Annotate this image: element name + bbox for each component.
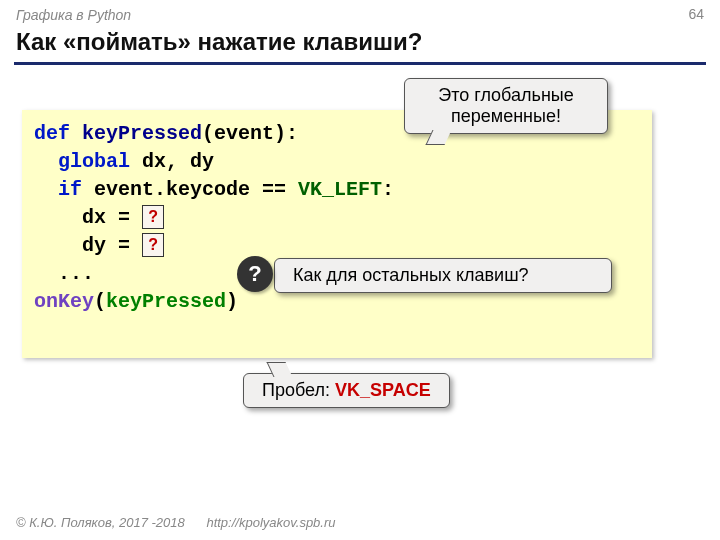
keyword-global: global bbox=[58, 150, 130, 173]
title-rule bbox=[14, 62, 706, 65]
callout-space: Пробел: VK_SPACE bbox=[243, 373, 450, 408]
keyword-def: def bbox=[34, 122, 70, 145]
dy-line: dy = bbox=[34, 234, 142, 257]
footer: © К.Ю. Поляков, 2017 -2018 http://kpolya… bbox=[16, 515, 336, 530]
callout-tail bbox=[267, 362, 293, 377]
page-title: Как «поймать» нажатие клавиши? bbox=[16, 28, 422, 56]
global-vars: dx, dy bbox=[130, 150, 214, 173]
footer-copyright: © К.Ю. Поляков, 2017 -2018 bbox=[16, 515, 185, 530]
if-colon: : bbox=[382, 178, 394, 201]
if-cond: event.keycode == bbox=[82, 178, 298, 201]
callout-rest-text: Как для остальных клавиш? bbox=[293, 265, 529, 285]
onkey-close: ) bbox=[226, 290, 238, 313]
callout-globals-line2: переменные! bbox=[419, 106, 593, 127]
callout-globals-line1: Это глобальные bbox=[419, 85, 593, 106]
page-number: 64 bbox=[688, 6, 704, 22]
dx-line: dx = bbox=[34, 206, 142, 229]
question-badge-dx: ? bbox=[142, 205, 164, 229]
callout-globals: Это глобальные переменные! bbox=[404, 78, 608, 134]
keyword-if: if bbox=[58, 178, 82, 201]
question-mark-icon: ? bbox=[237, 256, 273, 292]
breadcrumb: Графика в Python bbox=[16, 7, 131, 23]
onkey-call: onKey bbox=[34, 290, 94, 313]
question-badge-dy: ? bbox=[142, 233, 164, 257]
topbar: Графика в Python 64 bbox=[16, 6, 704, 26]
const-vkspace: VK_SPACE bbox=[335, 380, 431, 400]
callout-rest-keys: Как для остальных клавиш? bbox=[274, 258, 612, 293]
footer-url: http://kpolyakov.spb.ru bbox=[206, 515, 335, 530]
code-block: def keyPressed(event): global dx, dy if … bbox=[22, 110, 652, 358]
func-args: (event): bbox=[202, 122, 298, 145]
func-name: keyPressed bbox=[82, 122, 202, 145]
dots: ... bbox=[34, 262, 94, 285]
callout-space-prefix: Пробел: bbox=[262, 380, 335, 400]
onkey-open: ( bbox=[94, 290, 106, 313]
const-vkleft: VK_LEFT bbox=[298, 178, 382, 201]
onkey-arg: keyPressed bbox=[106, 290, 226, 313]
